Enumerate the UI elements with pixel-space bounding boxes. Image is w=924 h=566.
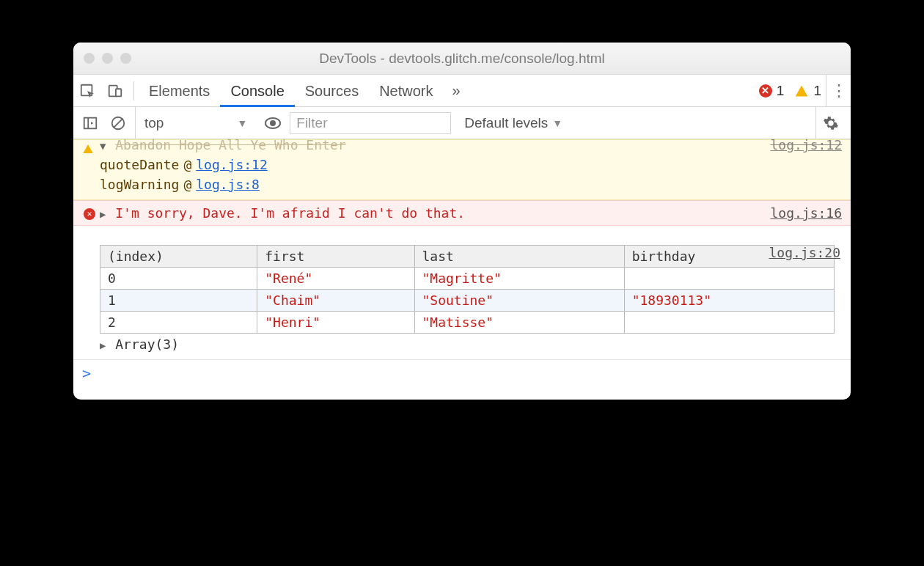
live-expression-icon[interactable] bbox=[262, 112, 284, 134]
stack-link[interactable]: log.js:12 bbox=[196, 157, 268, 172]
console-warning-row[interactable]: ▼ Abandon Hope All Ye Who Enter quoteDan… bbox=[73, 139, 851, 200]
minimize-window-button[interactable] bbox=[102, 53, 113, 64]
warning-icon bbox=[794, 84, 809, 98]
table-cell: "Matisse" bbox=[414, 312, 624, 334]
error-message: I'm sorry, Dave. I'm afraid I can't do t… bbox=[115, 205, 465, 221]
table-cell: "18930113" bbox=[624, 290, 834, 312]
tab-console[interactable]: Console bbox=[220, 75, 294, 107]
filter-input[interactable] bbox=[290, 112, 451, 134]
array-summary[interactable]: ▶ Array(3) bbox=[100, 334, 842, 356]
stack-at: @ bbox=[183, 177, 191, 192]
close-window-button[interactable] bbox=[84, 53, 95, 64]
window-title: DevTools - devtools.glitch.me/console/lo… bbox=[73, 51, 851, 67]
traffic-lights bbox=[73, 53, 131, 64]
console-table-row: log.js:20 (index) first last birthday 0 … bbox=[73, 245, 851, 359]
levels-label: Default levels bbox=[464, 115, 548, 131]
console-prompt[interactable]: > bbox=[73, 359, 851, 400]
warning-icon bbox=[82, 143, 97, 155]
table-cell bbox=[624, 312, 834, 334]
toggle-drawer-icon[interactable] bbox=[79, 112, 101, 134]
stack-fn: quoteDante bbox=[100, 157, 179, 172]
devtools-tabbar: Elements Console Sources Network » ✕ 1 1… bbox=[73, 75, 851, 107]
console-output: ▼ Abandon Hope All Ye Who Enter quoteDan… bbox=[73, 139, 851, 400]
table-cell: "Chaim" bbox=[257, 290, 414, 312]
table-row[interactable]: 1 "Chaim" "Soutine" "18930113" bbox=[100, 290, 835, 312]
tab-elements[interactable]: Elements bbox=[139, 75, 220, 107]
table-cell: "Soutine" bbox=[414, 290, 624, 312]
table-cell: "René" bbox=[257, 268, 414, 290]
table-cell: "Magritte" bbox=[414, 268, 624, 290]
table-cell: 2 bbox=[100, 312, 257, 334]
table-cell bbox=[624, 268, 834, 290]
titlebar: DevTools - devtools.glitch.me/console/lo… bbox=[73, 43, 851, 75]
error-icon: ✕ bbox=[759, 84, 772, 98]
disclosure-triangle-icon[interactable]: ▶ bbox=[100, 339, 106, 351]
svg-rect-2 bbox=[116, 89, 121, 96]
stack-at: @ bbox=[183, 157, 191, 172]
table-header[interactable]: first bbox=[257, 246, 414, 268]
settings-menu-icon[interactable]: ⋮ bbox=[826, 75, 851, 107]
inspect-element-icon[interactable] bbox=[73, 75, 101, 107]
console-settings-icon[interactable] bbox=[815, 107, 845, 139]
disclosure-triangle-icon[interactable]: ▶ bbox=[100, 208, 106, 220]
zoom-window-button[interactable] bbox=[120, 53, 131, 64]
console-table: (index) first last birthday 0 "René" "Ma… bbox=[100, 245, 835, 334]
chevron-down-icon: ▼ bbox=[237, 117, 247, 129]
clear-console-icon[interactable] bbox=[107, 112, 129, 134]
source-link[interactable]: log.js:16 bbox=[770, 205, 842, 221]
chevron-down-icon: ▼ bbox=[552, 117, 562, 129]
error-count: 1 bbox=[777, 83, 785, 99]
table-header[interactable]: (index) bbox=[100, 246, 257, 268]
warning-count: 1 bbox=[813, 83, 821, 99]
array-label: Array(3) bbox=[115, 337, 179, 352]
console-error-row[interactable]: ✕ ▶ I'm sorry, Dave. I'm afraid I can't … bbox=[73, 200, 851, 226]
divider bbox=[133, 81, 134, 100]
svg-point-6 bbox=[270, 120, 276, 126]
status-badges[interactable]: ✕ 1 1 bbox=[759, 83, 826, 99]
svg-rect-3 bbox=[84, 117, 97, 128]
error-icon: ✕ bbox=[82, 204, 97, 220]
warning-message: Abandon Hope All Ye Who Enter bbox=[115, 137, 345, 152]
svg-line-5 bbox=[114, 118, 123, 128]
table-cell: 0 bbox=[100, 268, 257, 290]
table-row[interactable]: 0 "René" "Magritte" bbox=[100, 268, 835, 290]
stack-link[interactable]: log.js:8 bbox=[196, 177, 260, 192]
stack-fn: logWarning bbox=[100, 177, 179, 192]
table-header[interactable]: last bbox=[414, 246, 624, 268]
source-link[interactable]: log.js:20 bbox=[769, 245, 840, 260]
devtools-window: DevTools - devtools.glitch.me/console/lo… bbox=[73, 43, 851, 400]
console-toolbar: top ▼ Default levels ▼ bbox=[73, 107, 851, 139]
prompt-chevron-icon: > bbox=[82, 364, 91, 382]
more-tabs-icon[interactable]: » bbox=[444, 82, 469, 99]
context-value: top bbox=[144, 115, 164, 131]
table-cell: 1 bbox=[100, 290, 257, 312]
table-cell: "Henri" bbox=[257, 312, 414, 334]
tab-sources[interactable]: Sources bbox=[295, 75, 369, 107]
tab-network[interactable]: Network bbox=[369, 75, 443, 107]
toggle-device-icon[interactable] bbox=[101, 75, 129, 107]
disclosure-triangle-icon[interactable]: ▼ bbox=[100, 140, 106, 152]
execution-context-select[interactable]: top ▼ bbox=[135, 107, 256, 139]
source-link[interactable]: log.js:12 bbox=[770, 137, 842, 152]
log-levels-select[interactable]: Default levels ▼ bbox=[457, 115, 570, 131]
table-row[interactable]: 2 "Henri" "Matisse" bbox=[100, 312, 835, 334]
